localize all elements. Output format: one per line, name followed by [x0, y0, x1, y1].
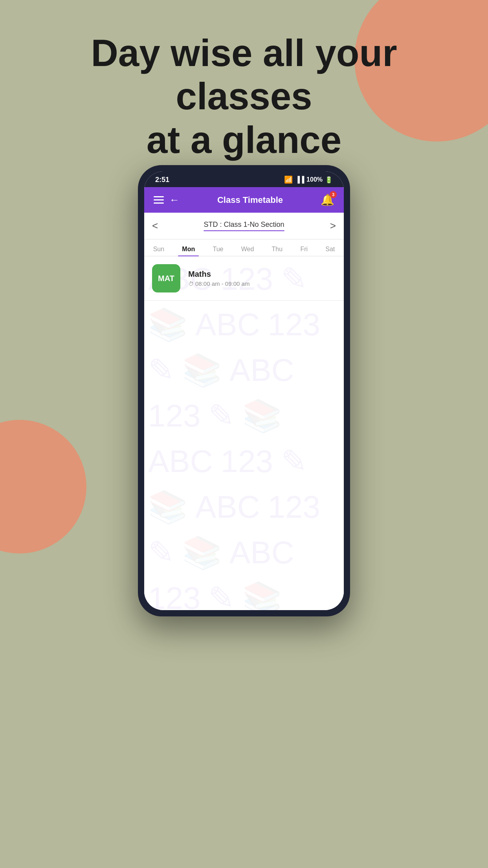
- hero-text: Day wise all your classes at a glance: [0, 31, 488, 162]
- tab-wed[interactable]: Wed: [237, 243, 258, 256]
- app-title: Class Timetable: [217, 195, 283, 205]
- bg-decoration-bottom-left: [0, 420, 86, 554]
- class-name-container: STD : Class 1-No Section: [204, 221, 284, 231]
- hero-line-2: at a glance: [147, 119, 341, 161]
- subject-badge-text: MAT: [158, 274, 174, 283]
- signal-icon: ▐▐: [295, 176, 304, 183]
- tab-sun[interactable]: Sun: [149, 243, 168, 256]
- battery-level: 100%: [306, 176, 323, 183]
- status-time: 2:51: [155, 176, 169, 184]
- class-name-underline: [204, 230, 284, 231]
- phone-frame: 2:51 📶 ▐▐ 100% 🔋 ← Cl: [138, 165, 350, 616]
- back-button[interactable]: ←: [169, 194, 180, 206]
- wifi-icon: 📶: [284, 175, 293, 184]
- hamburger-line-1: [154, 196, 164, 197]
- hamburger-line-3: [154, 202, 164, 204]
- subject-list: ABC 123 ✎ 📚 ABC 123 ✎ 📚 ABC 123 ✎ 📚 ABC …: [144, 256, 344, 610]
- day-tabs: Sun Mon Tue Wed Thu Fri Sat: [144, 239, 344, 256]
- header-left-controls: ←: [154, 194, 180, 206]
- subject-badge-mat: MAT: [152, 264, 180, 292]
- hamburger-line-2: [154, 199, 164, 200]
- clock-icon: ⏱: [188, 281, 194, 287]
- class-name: STD : Class 1-No Section: [204, 221, 284, 229]
- subject-info-maths: Maths ⏱ 08:00 am - 09:00 am: [188, 270, 250, 287]
- prev-class-button[interactable]: <: [152, 220, 158, 232]
- subject-time: ⏱ 08:00 am - 09:00 am: [188, 280, 250, 287]
- phone-notch: [218, 171, 270, 179]
- status-icons: 📶 ▐▐ 100% 🔋: [284, 175, 333, 184]
- hero-line-1: Day wise all your classes: [91, 32, 397, 117]
- tab-fri[interactable]: Fri: [296, 243, 312, 256]
- menu-button[interactable]: [154, 196, 164, 204]
- subject-item-maths[interactable]: MAT Maths ⏱ 08:00 am - 09:00 am: [144, 256, 344, 301]
- phone-screen: 2:51 📶 ▐▐ 100% 🔋 ← Cl: [144, 171, 344, 610]
- subject-time-text: 08:00 am - 09:00 am: [195, 280, 250, 287]
- next-class-button[interactable]: >: [330, 220, 336, 232]
- notification-button[interactable]: 🔔 3: [321, 193, 334, 206]
- tab-sat[interactable]: Sat: [321, 243, 339, 256]
- battery-icon: 🔋: [325, 176, 333, 184]
- subject-name: Maths: [188, 270, 250, 279]
- tab-mon[interactable]: Mon: [178, 243, 199, 256]
- tab-thu[interactable]: Thu: [268, 243, 287, 256]
- notification-badge: 3: [330, 191, 337, 198]
- class-selector: < STD : Class 1-No Section >: [144, 213, 344, 239]
- phone-mockup: 2:51 📶 ▐▐ 100% 🔋 ← Cl: [138, 165, 350, 616]
- background-pattern: ABC 123 ✎ 📚 ABC 123 ✎ 📚 ABC 123 ✎ 📚 ABC …: [144, 256, 344, 610]
- tab-tue[interactable]: Tue: [209, 243, 227, 256]
- app-header: ← Class Timetable 🔔 3: [144, 187, 344, 213]
